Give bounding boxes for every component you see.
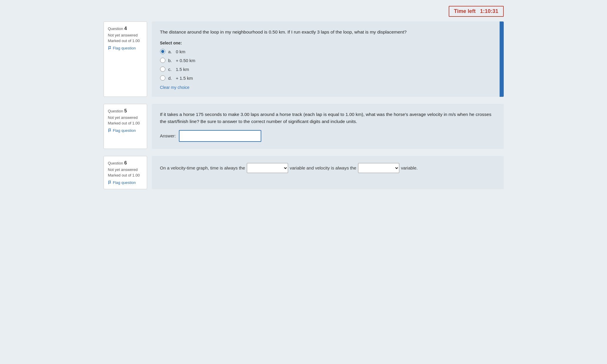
question-6-row: Question 6 Not yet answered Marked out o…	[104, 156, 504, 189]
option-c: c. 1.5 km	[160, 67, 495, 72]
option-d-text: + 1.5 km	[176, 76, 193, 81]
question-6-text-middle: variable and velocity is always the	[290, 164, 356, 172]
flag-icon-5	[108, 129, 112, 132]
answer-label: Answer:	[160, 133, 176, 138]
question-6-text-after: variable.	[401, 164, 418, 172]
question-6-mark: Marked out of 1.00	[108, 173, 143, 177]
question-5-text: If it takes a horse 175 seconds to make …	[160, 111, 495, 125]
question-4-sidebar: Question 4 Not yet answered Marked out o…	[104, 21, 147, 97]
question-5-row: Question 5 Not yet answered Marked out o…	[104, 104, 504, 149]
option-b-text: + 0.50 km	[176, 58, 195, 63]
question-4-mark: Marked out of 1.00	[108, 39, 143, 43]
question-6-main: On a velocity-time graph, time is always…	[152, 156, 504, 189]
timer-label: Time left	[454, 8, 476, 14]
question-4-main: The distance around the loop in my neigh…	[152, 21, 504, 97]
question-6-label: Question 6	[108, 160, 143, 166]
option-a-text: 0 km	[176, 49, 186, 54]
option-b-letter: b.	[168, 58, 173, 63]
clear-choice-button[interactable]: Clear my choice	[160, 85, 189, 90]
question-5-answer-row: Answer:	[160, 130, 495, 142]
question-6-flag[interactable]: Flag question	[108, 180, 143, 185]
option-d-radio[interactable]	[160, 75, 165, 81]
flag-icon-6	[108, 181, 112, 185]
question-6-dropdown2[interactable]: independent dependent x y	[358, 163, 399, 173]
question-4-accent	[500, 21, 504, 97]
question-4-select-label: Select one:	[160, 41, 495, 45]
option-b: b. + 0.50 km	[160, 58, 495, 63]
question-5-mark: Marked out of 1.00	[108, 121, 143, 125]
flag-icon	[108, 46, 112, 50]
option-a-letter: a.	[168, 49, 173, 54]
question-5-status: Not yet answered	[108, 115, 143, 120]
question-4-status: Not yet answered	[108, 33, 143, 37]
option-c-letter: c.	[168, 67, 173, 72]
option-b-radio[interactable]	[160, 58, 165, 63]
answer-input[interactable]	[179, 130, 261, 142]
question-4-row: Question 4 Not yet answered Marked out o…	[104, 21, 504, 97]
option-a-radio[interactable]	[160, 49, 165, 54]
question-4-text: The distance around the loop in my neigh…	[160, 29, 495, 35]
option-c-text: 1.5 km	[176, 67, 189, 72]
timer-display: Time left 1:10:31	[449, 6, 504, 17]
question-6-sentence: On a velocity-time graph, time is always…	[160, 163, 495, 173]
option-d: d. + 1.5 km	[160, 75, 495, 81]
option-a: a. 0 km	[160, 49, 495, 54]
question-5-label: Question 5	[108, 108, 143, 114]
question-6-status: Not yet answered	[108, 167, 143, 172]
question-5-flag[interactable]: Flag question	[108, 128, 143, 133]
option-d-letter: d.	[168, 76, 173, 81]
question-5-sidebar: Question 5 Not yet answered Marked out o…	[104, 104, 147, 149]
question-4-flag[interactable]: Flag question	[108, 46, 143, 50]
question-5-main: If it takes a horse 175 seconds to make …	[152, 104, 504, 149]
question-6-sidebar: Question 6 Not yet answered Marked out o…	[104, 156, 147, 189]
question-6-text-before: On a velocity-time graph, time is always…	[160, 164, 245, 172]
timer-value: 1:10:31	[480, 8, 498, 14]
question-4-label: Question 4	[108, 26, 143, 31]
option-c-radio[interactable]	[160, 67, 165, 72]
question-6-dropdown1[interactable]: independent dependent x y	[247, 163, 288, 173]
question-4-options: a. 0 km b. + 0.50 km c. 1.5 km d. + 1.5 …	[160, 49, 495, 81]
